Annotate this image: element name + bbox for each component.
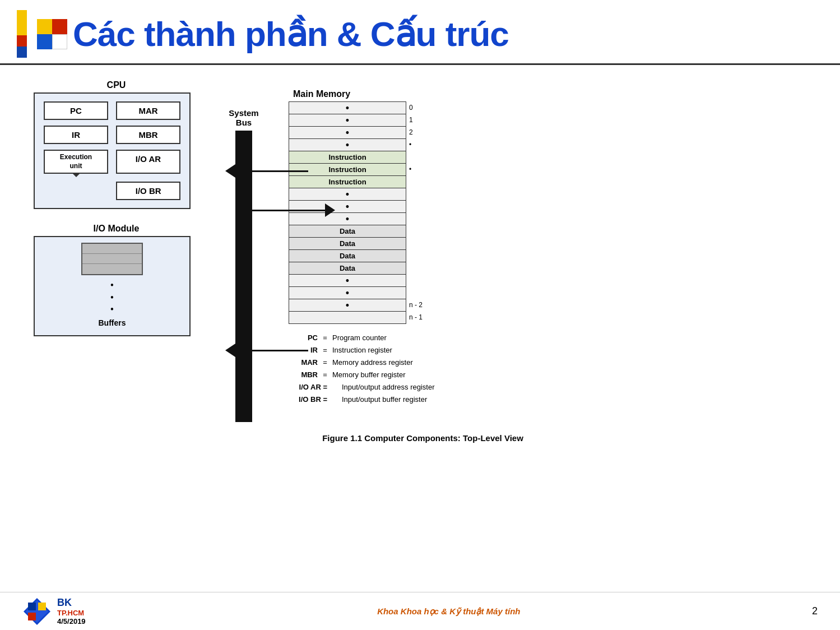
bk-logo-icon [22,597,52,626]
io-row-3 [82,264,142,274]
legend-pc: PC = Program counter [291,332,812,344]
slide-header: Các thành phần & Cấu trúc [0,0,840,65]
mem-index-blank1 [409,151,423,163]
svg-rect-3 [28,613,36,620]
system-bus-area: SystemBus [199,80,289,422]
bus-vertical [235,131,252,422]
page-title: Các thành phần & Cấu trúc [73,13,509,54]
mem-data: Data [289,225,406,238]
legend-val-ioar: Input/output address register [342,381,435,393]
memory-table-wrapper: • • • • Instruct [289,101,812,324]
io-row-2 [82,254,142,264]
legend-val-pc: Program counter [332,332,387,344]
memory-label: Main Memory [289,89,812,99]
io-module-section: I/O Module ••• Buffers [34,224,199,336]
mem-index-dot: • [409,138,423,151]
arrow-io [225,344,308,357]
mem-data: Data [289,238,406,250]
mem-index-n1: n - 1 [409,311,423,323]
mem-instruction: Instruction [289,151,406,164]
dec-blue [17,47,27,58]
legend-iobr: I/O BR = Input/output buffer register [291,393,812,406]
legend-ir: IR = Instruction register [291,344,812,356]
mem-row: • [289,299,406,312]
mem-index-blank9 [409,249,423,262]
cpu-grid: PC MAR IR MBR Executionunit I/O AR [44,101,180,174]
mem-row-instruction: Instruction [289,151,406,164]
io-ar-register: I/O AR [116,150,180,174]
legend-eq-ir: = [320,344,330,356]
io-dots: ••• [44,280,180,316]
arrow-left-io [225,344,235,357]
footer-tphcm: TP.HCM [57,609,86,617]
mem-index-blank10 [409,262,423,274]
mem-row: • [289,188,406,201]
mbr-register: MBR [116,126,180,144]
legend-val-mar: Memory address register [332,356,413,369]
dec-yellow [17,10,27,35]
pc-register: PC [44,101,108,120]
arrow-right-memory [325,203,335,217]
mem-index-1: 1 [409,114,423,126]
legend-eq-mbr: = [320,369,330,381]
system-bus-label: SystemBus [229,108,258,127]
cpu-label: CPU [34,80,199,90]
footer-page: 2 [812,605,818,617]
h-line-memory [252,210,325,211]
footer-bk: BK [57,597,86,609]
mem-index-blank6 [409,212,423,225]
figure-caption: Figure 1.1 Computer Components: Top-Leve… [34,428,812,445]
mem-index-blank7 [409,225,423,237]
mem-row-data: Data [289,250,406,262]
legend-eq-mar: = [320,356,330,369]
io-box: ••• Buffers [34,236,191,336]
arrow-memory [252,203,335,217]
diagram: CPU PC MAR IR MBR Executionunit I/O AR I… [34,80,812,422]
mem-row: • [289,275,406,287]
footer-center-text: Khoa Khoa học & Kỹ thuật Máy tính [377,606,520,617]
mem-dot: • [289,275,406,287]
mem-index-blank11 [409,274,423,286]
arrow-cpu [225,164,308,178]
legend-key-pc: PC [291,332,318,344]
legend-key-mbr: MBR [291,369,318,381]
mem-row: • [289,287,406,299]
mem-index-0: 0 [409,101,423,114]
mem-index-n2: n - 2 [409,299,423,311]
mem-row-empty [289,312,406,324]
cpu-section: CPU PC MAR IR MBR Executionunit I/O AR I… [34,80,199,209]
arrow-left-cpu [225,164,235,178]
legend-ioar: I/O AR = Input/output address register [291,381,812,393]
mem-index-blank3 [409,175,423,188]
header-squares [37,19,67,49]
memory-indices: 0 1 2 • • [406,101,423,323]
mem-dot: • [289,139,406,151]
legend-mar: MAR = Memory address register [291,356,812,369]
mem-dot: • [289,188,406,201]
mem-data: Data [289,262,406,275]
mem-data: Data [289,250,406,262]
sq-yellow [37,19,52,34]
mem-index-blank4 [409,188,423,200]
legend-key-ioar: I/O AR = [291,381,327,393]
io-row-1 [82,244,142,254]
ir-register: IR [44,126,108,144]
footer: BK TP.HCM 4/5/2019 Khoa Khoa học & Kỹ th… [0,592,840,630]
sq-blue [37,34,52,49]
io-inner [81,243,143,275]
mem-index-blank12 [409,286,423,299]
legend-val-iobr: Input/output buffer register [342,393,427,406]
dec-red [17,35,27,47]
mem-dot: • [289,127,406,139]
legend-mbr: MBR = Memory buffer register [291,369,812,381]
legend-val-mbr: Memory buffer register [332,369,406,381]
right-column: Main Memory • • • [289,80,812,422]
legend-area: PC = Program counter IR = Instruction re… [289,332,812,406]
mem-row-data: Data [289,262,406,275]
mem-row: • [289,139,406,151]
mem-dot: • [289,102,406,114]
legend-key-mar: MAR [291,356,318,369]
left-panel: CPU PC MAR IR MBR Executionunit I/O AR I… [34,80,199,422]
mar-register: MAR [116,101,180,120]
h-line-cpu [235,170,308,172]
